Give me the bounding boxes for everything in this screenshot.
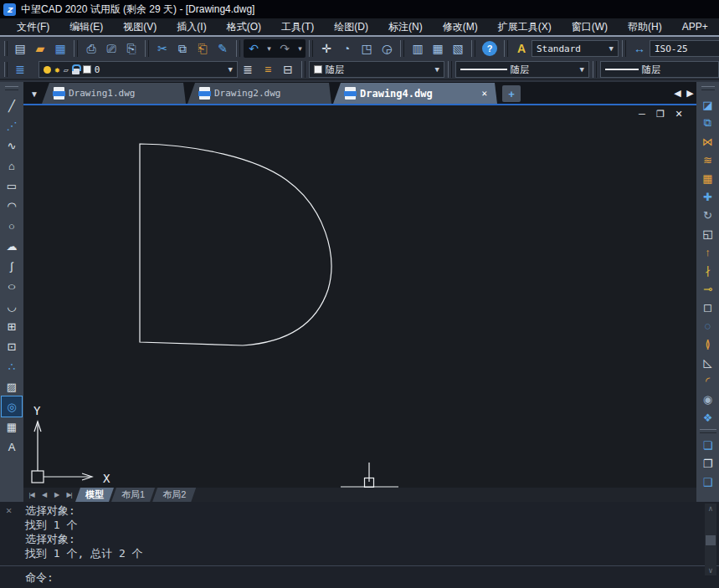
prev-layout-button[interactable]: ◀ [38, 488, 50, 502]
menu-tools[interactable]: 工具(T) [271, 18, 324, 36]
scrollbar-thumb[interactable] [706, 535, 716, 545]
zoom-window-icon[interactable]: ◳ [357, 39, 377, 58]
zoom-previous-icon[interactable]: ◶ [377, 39, 397, 58]
properties-palette-icon[interactable]: ▥ [408, 39, 428, 58]
lineweight-combobox[interactable]: 随层 [600, 61, 719, 78]
design-center-icon[interactable]: ▦ [428, 39, 448, 58]
tab-scroll-right-icon[interactable]: ▶ [684, 88, 696, 99]
layout-tab[interactable]: 模型 [75, 488, 114, 502]
menu-file[interactable]: 文件(F) [7, 18, 59, 36]
revision-cloud-icon[interactable]: ☁ [2, 236, 22, 256]
tool-palettes-icon[interactable]: ▧ [448, 39, 468, 58]
stretch-icon[interactable]: ↑ [698, 243, 718, 261]
mtext-icon[interactable]: A [2, 437, 22, 457]
point-icon[interactable]: ∴ [2, 356, 22, 376]
menu-draw[interactable]: 绘图(D) [324, 18, 378, 36]
blend-curves-icon[interactable]: ◉ [698, 390, 718, 408]
ellipse-icon[interactable]: ○ [0, 276, 26, 296]
arc-icon[interactable]: ◠ [2, 196, 22, 216]
chamfer-icon[interactable]: ◺ [698, 353, 718, 371]
polygon-icon[interactable]: ⌂ [2, 156, 22, 176]
layer-isolate-icon[interactable]: ⊟ [278, 60, 298, 79]
scroll-up-icon[interactable]: ∧ [705, 504, 716, 513]
text-style-combobox[interactable]: Standard ▼ [532, 40, 619, 57]
layer-unlock-icon[interactable] [72, 69, 80, 74]
bring-to-front-icon[interactable]: ❏ [698, 436, 718, 454]
bring-above-objects-icon[interactable]: ❑ [698, 473, 718, 491]
toolbar-grip[interactable] [701, 86, 715, 90]
paste-icon[interactable]: ⎗ [193, 39, 213, 58]
move-icon[interactable]: ✚ [698, 187, 718, 206]
mirror-icon[interactable]: ⋈ [698, 132, 718, 151]
menu-express[interactable]: 扩展工具(X) [488, 18, 562, 36]
scroll-down-icon[interactable]: ∨ [705, 566, 716, 575]
new-file-icon[interactable]: ▤ [10, 39, 30, 58]
erase-icon[interactable]: ◪ [698, 95, 718, 114]
insert-block-icon[interactable]: ⊞ [2, 316, 22, 336]
layout-tab[interactable]: 布局2 [152, 488, 196, 502]
menu-insert[interactable]: 插入(I) [167, 18, 216, 36]
open-folder-icon[interactable]: ▰ [30, 39, 50, 58]
document-tab[interactable]: Drawing4.dwg ✕ [333, 83, 497, 104]
explode-icon[interactable]: ❖ [698, 408, 718, 427]
redo-dropdown-icon[interactable]: ▾ [295, 39, 306, 58]
cut-icon[interactable]: ✂ [152, 39, 172, 58]
pan-icon[interactable]: ✛ [316, 39, 336, 58]
layer-states-icon[interactable]: ≣ [238, 60, 258, 79]
tab-scroll-left-icon[interactable]: ◀ [671, 88, 684, 99]
menu-format[interactable]: 格式(O) [217, 18, 271, 36]
join-icon[interactable]: ≬ [698, 335, 718, 353]
table-icon[interactable]: ▦ [2, 417, 22, 437]
rectangle-icon[interactable]: ▭ [2, 176, 22, 196]
layout-tab[interactable]: 布局1 [111, 488, 155, 502]
tab-close-icon[interactable]: ✕ [481, 88, 487, 99]
rotate-icon[interactable]: ↻ [698, 206, 718, 224]
last-layout-button[interactable]: ▶| [63, 488, 75, 502]
polyline-icon[interactable]: ∿ [2, 135, 22, 156]
dim-style-icon[interactable]: ↔ [629, 39, 650, 58]
break-icon[interactable]: ◌ [698, 316, 718, 335]
line-icon[interactable]: ╱ [2, 95, 22, 115]
scale-icon[interactable]: ◱ [698, 224, 718, 243]
menu-view[interactable]: 视图(V) [113, 18, 167, 36]
layer-freeze-sun-icon[interactable]: ✸ [54, 64, 60, 75]
toolbar-grip[interactable] [4, 41, 8, 56]
menu-help[interactable]: 帮助(H) [618, 18, 672, 36]
publish-icon[interactable]: ⎘ [121, 39, 141, 58]
zoom-realtime-icon[interactable]: ◔ [336, 39, 357, 58]
d-shape-region[interactable] [140, 144, 331, 345]
toolbar-grip[interactable] [4, 62, 8, 77]
next-layout-button[interactable]: ▶ [50, 488, 63, 502]
command-prompt[interactable]: 命令: [0, 565, 719, 585]
menu-edit[interactable]: 编辑(E) [59, 18, 113, 36]
help-icon[interactable]: ? [482, 41, 497, 56]
undo-icon[interactable]: ↶ [244, 39, 264, 58]
toolbar-grip[interactable] [5, 86, 18, 90]
color-combobox[interactable]: 随层 ▼ [309, 61, 444, 78]
hatch-icon[interactable]: ▨ [2, 376, 22, 396]
trim-icon[interactable]: ∤ [698, 261, 718, 279]
make-block-icon[interactable]: ⊡ [2, 336, 22, 356]
layer-properties-icon[interactable]: ≣ [10, 60, 30, 79]
menu-dimension[interactable]: 标注(N) [378, 18, 433, 36]
command-panel-close-icon[interactable]: ✕ [6, 504, 12, 516]
print-icon[interactable]: ⎙ [81, 39, 101, 58]
circle-icon[interactable]: ○ [2, 216, 22, 236]
layer-combobox[interactable]: ✸ ▱ 0 ▼ [39, 61, 238, 78]
send-to-back-icon[interactable]: ❐ [698, 454, 718, 473]
menu-app[interactable]: APP+ [672, 19, 718, 34]
construction-line-icon[interactable]: ⋰ [2, 115, 22, 135]
drawing-canvas[interactable]: ─❐✕ Y X [23, 105, 696, 488]
ellipse-arc-icon[interactable]: ◡ [2, 296, 22, 316]
tab-list-dropdown-icon[interactable]: ▼ [27, 84, 42, 104]
region-icon[interactable]: ◎ [2, 396, 22, 417]
menu-modify[interactable]: 修改(M) [433, 18, 488, 36]
document-tab[interactable]: Drawing1.dwg [42, 83, 186, 104]
layer-previous-icon[interactable]: ≡ [258, 60, 278, 79]
document-tab[interactable]: Drawing2.dwg [187, 83, 331, 104]
copy-object-icon[interactable]: ⧉ [698, 114, 718, 132]
linetype-combobox[interactable]: 随层 ▼ [455, 61, 589, 78]
new-tab-button[interactable]: + [502, 85, 521, 102]
command-scrollbar[interactable]: ∧ ∨ [705, 504, 716, 575]
fillet-icon[interactable]: ◜ [698, 371, 718, 390]
